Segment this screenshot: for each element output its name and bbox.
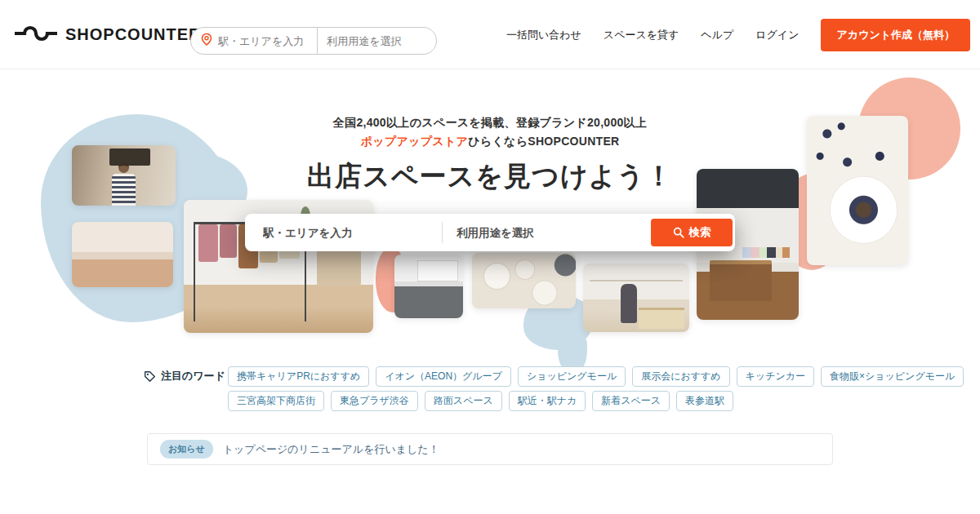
hero-section: 全国2,400以上のスペースを掲載、登録ブランド20,000以上 ポップアップス… (0, 69, 980, 351)
search-icon (673, 227, 684, 238)
search-button-label: 検索 (689, 225, 711, 240)
page-title: 出店スペースを見つけよう！ (0, 158, 980, 195)
tag-button[interactable]: 新着スペース (592, 391, 670, 411)
notice-message[interactable]: トップページのリニューアルを行いました！ (223, 442, 439, 457)
hero-copy: 全国2,400以上のスペースを掲載、登録ブランド20,000以上 ポップアップス… (0, 116, 980, 195)
nav-help[interactable]: ヘルプ (701, 28, 733, 42)
hero-usage-input[interactable] (457, 227, 620, 239)
create-account-button[interactable]: アカウント作成（無料） (821, 19, 970, 51)
keyword-row: 携帯キャリアPRにおすすめ イオン（AEON）グループ ショッピングモール 展示… (228, 366, 857, 387)
tag-button[interactable]: ショッピングモール (518, 366, 626, 387)
search-button[interactable]: 検索 (651, 219, 733, 246)
hero-tagline-rest: ひらくならSHOPCOUNTER (468, 135, 619, 148)
hero-area-input[interactable] (263, 227, 430, 239)
tag-button[interactable]: イオン（AEON）グループ (376, 366, 511, 387)
notice-bar: お知らせ トップページのリニューアルを行いました！ (147, 433, 833, 465)
photo-bright-room (72, 222, 173, 287)
tag-icon (144, 370, 156, 383)
tag-button[interactable]: 駅近・駅ナカ (509, 391, 586, 411)
logo-text: SHOPCOUNTER (65, 25, 202, 44)
logo[interactable]: SHOPCOUNTER (15, 0, 202, 69)
tag-button[interactable]: 東急プラザ渋谷 (331, 391, 418, 411)
photo-ceramic-tableware (472, 253, 576, 308)
divider (442, 222, 443, 243)
featured-keywords-label: 注目のワード (144, 369, 225, 383)
notice-badge: お知らせ (160, 440, 213, 459)
tag-button[interactable]: 表参道駅 (676, 391, 733, 411)
featured-keywords-text: 注目のワード (161, 369, 225, 383)
header-search-bar (190, 27, 437, 55)
tag-button[interactable]: 食物販×ショッピングモール (821, 366, 964, 387)
photo-select-shop (583, 264, 689, 332)
hero-search-bar: 検索 (245, 214, 735, 251)
tag-button[interactable]: 三宮高架下商店街 (228, 391, 324, 411)
nav-login[interactable]: ログイン (755, 28, 799, 42)
shopcounter-homepage: SHOPCOUNTER 一括問い合わせ スペースを貸す ヘルプ ログイン アカウ… (0, 0, 980, 514)
photo-dark-floor-room (394, 255, 463, 318)
keyword-tags: 携帯キャリアPRにおすすめ イオン（AEON）グループ ショッピングモール 展示… (228, 366, 857, 415)
tag-button[interactable]: 携帯キャリアPRにおすすめ (228, 366, 369, 387)
tag-button[interactable]: キッチンカー (737, 366, 814, 387)
header: SHOPCOUNTER 一括問い合わせ スペースを貸す ヘルプ ログイン アカウ… (0, 0, 980, 69)
hero-stats-line: 全国2,400以上のスペースを掲載、登録ブランド20,000以上 (0, 116, 980, 131)
header-usage-input[interactable] (327, 35, 426, 47)
divider (317, 28, 318, 55)
header-nav: 一括問い合わせ スペースを貸す ヘルプ ログイン アカウント作成（無料） (506, 0, 970, 69)
hero-tagline: ポップアップストアひらくならSHOPCOUNTER (0, 135, 980, 149)
nav-bulk-inquiry[interactable]: 一括問い合わせ (506, 28, 581, 42)
tag-button[interactable]: 展示会におすすめ (632, 366, 729, 387)
location-pin-icon (201, 33, 212, 50)
wave-logo-icon (15, 22, 57, 48)
hero-tagline-highlight: ポップアップストア (361, 135, 469, 148)
keyword-row: 三宮高架下商店街 東急プラザ渋谷 路面スペース 駅近・駅ナカ 新着スペース 表参… (228, 391, 857, 411)
tag-button[interactable]: 路面スペース (425, 391, 502, 411)
header-area-input[interactable] (218, 35, 317, 47)
nav-rent-space[interactable]: スペースを貸す (604, 28, 679, 42)
